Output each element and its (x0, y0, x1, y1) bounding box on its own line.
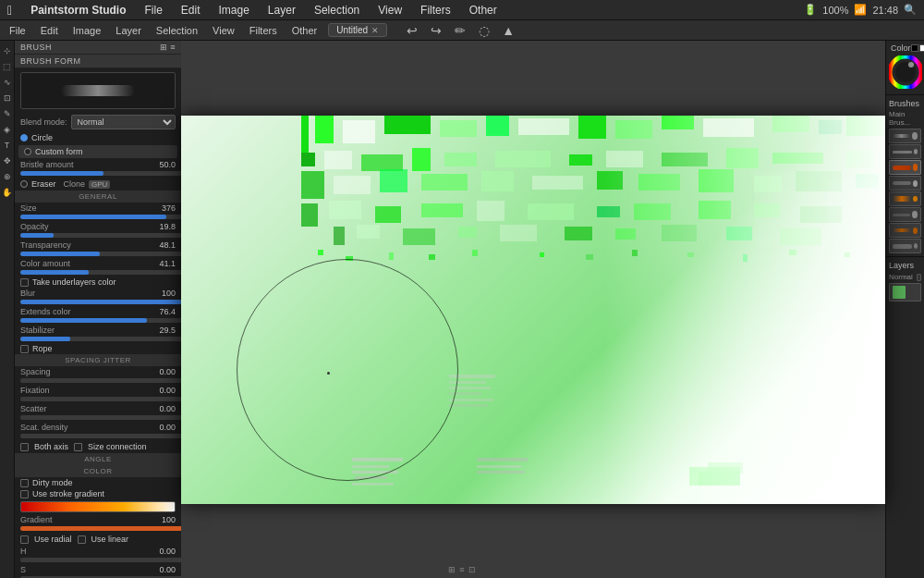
fill-tool[interactable]: ◈ (1, 123, 14, 136)
menu-other[interactable]: Other (466, 4, 501, 17)
size-slider[interactable] (20, 215, 181, 219)
battery-percent: 100% (822, 5, 848, 16)
tab-close-icon[interactable]: ✕ (371, 26, 379, 35)
fg-color-swatch[interactable] (911, 44, 918, 52)
use-radial-checkbox[interactable] (20, 535, 29, 544)
brush-thumb-6[interactable] (889, 207, 921, 222)
appbar-image[interactable]: Image (69, 25, 105, 36)
crop-tool[interactable]: ⊡ (1, 92, 14, 105)
menu-image[interactable]: Image (215, 4, 253, 17)
brush-tool-icon[interactable]: ✏ (450, 22, 470, 39)
blur-label: Blur (20, 289, 147, 298)
layer-row-1[interactable] (889, 283, 921, 301)
rope-row[interactable]: Rope (15, 343, 181, 354)
brush-preview-6 (893, 214, 910, 216)
menu-view[interactable]: View (374, 4, 406, 17)
apple-menu[interactable]:  (7, 3, 12, 18)
canvas-frame[interactable] (181, 116, 885, 504)
bg-color-swatch[interactable] (919, 44, 924, 52)
brush-tool[interactable]: ✎ (1, 107, 14, 120)
brush-thumb-4[interactable] (889, 176, 921, 191)
appbar-other[interactable]: Other (288, 25, 322, 36)
stroke-gradient-checkbox[interactable] (20, 490, 29, 498)
document-tab[interactable]: Untitled ✕ (328, 23, 387, 37)
brush-thumb-2[interactable] (889, 144, 921, 159)
custom-form-radio[interactable] (24, 148, 31, 155)
appbar-file[interactable]: File (6, 25, 30, 36)
text-tool[interactable]: T (1, 139, 14, 152)
transparency-slider[interactable] (20, 252, 181, 256)
fill-tool-icon[interactable]: ▲ (498, 22, 518, 39)
search-icon[interactable]: 🔍 (904, 4, 917, 16)
zoom-tool[interactable]: ⊕ (1, 170, 14, 183)
brush-thumb-1[interactable] (889, 129, 921, 143)
color-wheel-container[interactable] (889, 55, 922, 89)
appbar-filters[interactable]: Filters (246, 25, 281, 36)
dirty-mode-row[interactable]: Dirty mode (15, 477, 181, 488)
appbar-selection[interactable]: Selection (152, 25, 201, 36)
lasso-tool[interactable]: ∿ (1, 76, 14, 89)
bottom-icon-3[interactable]: ⊡ (468, 565, 476, 574)
stabilizer-slider[interactable] (20, 337, 181, 341)
opacity-label: Opacity (20, 222, 147, 231)
spacing-slider[interactable] (20, 378, 181, 383)
circle-radio[interactable] (20, 134, 28, 141)
bottom-icon-2[interactable]: ≡ (459, 565, 464, 574)
menu-layer[interactable]: Layer (264, 4, 299, 17)
opacity-slider[interactable] (20, 233, 181, 238)
menu-file[interactable]: File (140, 4, 165, 17)
canvas-area[interactable] (181, 41, 885, 578)
circle-radio-row[interactable]: Circle (15, 131, 181, 144)
pan-tool[interactable]: ✋ (1, 186, 14, 199)
eyedropper-tool[interactable]: ✥ (1, 154, 14, 167)
canvas-content[interactable] (181, 116, 885, 504)
dirty-mode-checkbox[interactable] (20, 479, 29, 487)
rope-checkbox[interactable] (20, 345, 29, 353)
brush-thumb-5[interactable] (889, 191, 921, 206)
app-menu-name[interactable]: Paintstorm Studio (27, 4, 129, 17)
brush-panel-icon1[interactable]: ⊞ (160, 43, 168, 52)
fixation-slider[interactable] (20, 397, 181, 401)
menu-edit[interactable]: Edit (177, 4, 204, 17)
move-tool[interactable]: ⊹ (1, 44, 14, 57)
axis-row: Both axis Size connection (15, 440, 181, 453)
angle-label: ANGLE (84, 455, 112, 463)
underlay-row[interactable]: Take underlayers color (15, 277, 181, 288)
menu-selection[interactable]: Selection (310, 4, 363, 17)
scatter-slider[interactable] (20, 415, 181, 420)
color-amount-value: 41.1 (150, 259, 176, 268)
eraser-tool-icon[interactable]: ◌ (474, 22, 494, 39)
extends-color-slider[interactable] (20, 318, 181, 323)
color-amount-slider[interactable] (20, 270, 181, 275)
custom-form-row[interactable]: Custom form (18, 145, 177, 158)
underlay-checkbox[interactable] (20, 278, 29, 287)
appbar-layer[interactable]: Layer (112, 25, 145, 36)
brush-preview-2 (893, 151, 912, 154)
gradient-slider[interactable] (20, 526, 181, 531)
brush-thumb-3[interactable] (889, 160, 921, 175)
gradient-bar[interactable] (20, 501, 176, 512)
layer-lock-icon[interactable] (917, 274, 921, 281)
select-tool[interactable]: ⬚ (1, 60, 14, 73)
menu-filters[interactable]: Filters (417, 4, 455, 17)
brush-thumb-7[interactable] (889, 223, 921, 238)
both-axis-checkbox[interactable] (20, 443, 29, 451)
undo-icon[interactable]: ↩ (402, 22, 422, 39)
h-slider[interactable] (20, 558, 181, 562)
redo-icon[interactable]: ↪ (426, 22, 446, 39)
brush-thumb-8[interactable] (889, 239, 921, 253)
size-connection-checkbox[interactable] (74, 443, 82, 451)
bristle-amount-slider[interactable] (20, 171, 181, 176)
blend-mode-select[interactable]: Normal (71, 115, 176, 129)
scat-density-slider[interactable] (20, 434, 181, 438)
eraser-radio[interactable] (20, 180, 28, 188)
far-right-panel: Color (885, 41, 924, 578)
appbar-view[interactable]: View (209, 25, 238, 36)
stabilizer-label: Stabilizer (20, 326, 147, 335)
brush-panel-icon2[interactable]: ≡ (170, 43, 176, 52)
blur-slider[interactable] (20, 300, 181, 304)
bottom-icon-1[interactable]: ⊞ (448, 565, 456, 574)
use-linear-checkbox[interactable] (78, 535, 86, 544)
stroke-gradient-row[interactable]: Use stroke gradient (15, 488, 181, 499)
appbar-edit[interactable]: Edit (37, 25, 62, 36)
